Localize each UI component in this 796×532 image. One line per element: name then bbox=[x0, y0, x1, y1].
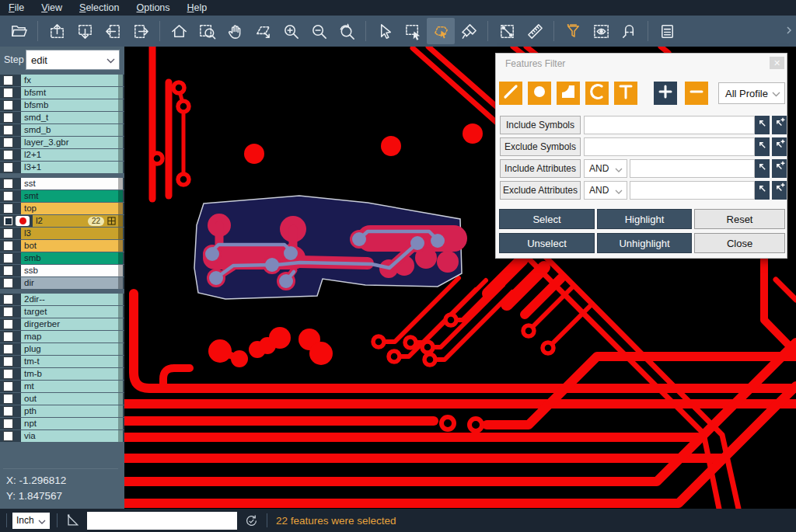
layer-name-cell[interactable]: smd_t bbox=[21, 112, 118, 123]
open-project-button[interactable] bbox=[5, 18, 33, 44]
layer-row-map[interactable]: map bbox=[0, 331, 124, 342]
layer-checkbox[interactable] bbox=[3, 228, 13, 238]
layer-row-smt[interactable]: smt bbox=[0, 190, 124, 202]
layer-checkbox[interactable] bbox=[3, 307, 13, 317]
layer-row-smb[interactable]: smb bbox=[0, 252, 124, 264]
layer-checkbox[interactable] bbox=[3, 356, 13, 367]
select-features-arrow-button[interactable] bbox=[755, 159, 770, 178]
layer-name-cell[interactable]: dirgerber bbox=[21, 318, 118, 330]
layer-name-cell[interactable]: pth bbox=[21, 405, 118, 417]
layer-name-cell[interactable]: dir bbox=[21, 277, 118, 289]
pan-hand-button[interactable] bbox=[221, 18, 249, 44]
grid-table-icon[interactable] bbox=[107, 217, 116, 225]
layer-checkbox[interactable] bbox=[3, 137, 13, 148]
layer-row-mt[interactable]: mt bbox=[0, 381, 124, 392]
exclude-symbols-input[interactable] bbox=[584, 137, 755, 156]
features-filter-button[interactable] bbox=[559, 18, 587, 44]
layer-checkbox[interactable] bbox=[3, 278, 13, 288]
pan-down-button[interactable] bbox=[71, 18, 99, 44]
layer-row-l3+1[interactable]: l3+1 bbox=[0, 162, 124, 173]
layer-row-smd_t[interactable]: smd_t bbox=[0, 112, 124, 123]
menu-help[interactable]: Help bbox=[179, 0, 216, 16]
layer-checkbox[interactable] bbox=[3, 406, 13, 416]
menu-options[interactable]: Options bbox=[127, 0, 178, 16]
layer-row-pth[interactable]: pth bbox=[0, 405, 124, 417]
exclude-attributes-button[interactable]: Exclude Attributes bbox=[500, 181, 581, 200]
layer-checkbox[interactable] bbox=[3, 191, 13, 201]
layer-row-2dir--[interactable]: 2dir-- bbox=[0, 294, 124, 305]
highlight-button[interactable]: Highlight bbox=[597, 209, 692, 229]
layer-checkbox[interactable] bbox=[3, 203, 13, 214]
logic-operator-select[interactable]: AND bbox=[584, 159, 627, 178]
layer-name-cell[interactable]: smt bbox=[21, 190, 118, 202]
zoom-area-button[interactable] bbox=[193, 18, 221, 44]
layer-row-tm-t[interactable]: tm-t bbox=[0, 356, 124, 367]
add-features-arrow-button[interactable] bbox=[772, 116, 787, 134]
zoom-out-button[interactable] bbox=[305, 18, 333, 44]
layer-checkbox[interactable] bbox=[3, 344, 13, 354]
select-button[interactable]: Select bbox=[499, 209, 595, 229]
layer-name-cell[interactable]: fx bbox=[21, 75, 118, 86]
layer-checkbox[interactable] bbox=[3, 179, 13, 189]
layer-row-dirgerber[interactable]: dirgerber bbox=[0, 318, 124, 330]
layer-row-plug[interactable]: plug bbox=[0, 343, 124, 355]
profile-select[interactable]: All Profile bbox=[718, 82, 785, 104]
command-input[interactable] bbox=[87, 512, 237, 530]
layer-name-cell[interactable]: 2dir-- bbox=[21, 294, 118, 305]
include-attributes-button[interactable]: Include Attributes bbox=[500, 159, 581, 178]
snap-mode-button[interactable] bbox=[615, 18, 643, 44]
layer-row-ssb[interactable]: ssb bbox=[0, 265, 124, 276]
layer-checkbox[interactable] bbox=[3, 294, 13, 304]
layer-name-cell[interactable]: top bbox=[21, 203, 118, 214]
layer-name-cell[interactable]: ssb bbox=[21, 265, 118, 276]
layer-name-cell[interactable]: map bbox=[21, 331, 118, 342]
layer-checkbox[interactable] bbox=[3, 241, 13, 251]
include-attributes-input[interactable] bbox=[630, 159, 755, 178]
filter-type-pad-button[interactable] bbox=[528, 82, 551, 105]
layer-name-cell[interactable]: l3 bbox=[21, 228, 118, 239]
layer-row-out[interactable]: out bbox=[0, 393, 124, 405]
measure-ruler-button[interactable] bbox=[521, 18, 549, 44]
step-select[interactable]: edit bbox=[26, 50, 120, 70]
close-icon[interactable]: ✕ bbox=[770, 57, 784, 69]
pan-left-button[interactable] bbox=[99, 18, 127, 44]
zoom-dynamic-button[interactable] bbox=[249, 18, 277, 44]
unselect-button[interactable]: Unselect bbox=[499, 233, 595, 253]
layer-checkbox[interactable] bbox=[3, 266, 13, 276]
layer-name-cell[interactable]: sst bbox=[21, 178, 118, 190]
layer-row-npt[interactable]: npt bbox=[0, 418, 124, 429]
logic-operator-select[interactable]: AND bbox=[584, 181, 627, 200]
angle-measure-icon[interactable] bbox=[65, 513, 80, 528]
layer-row-via[interactable]: via bbox=[0, 430, 124, 442]
layer-name-cell[interactable]: bfsmt bbox=[21, 87, 118, 99]
layer-name-cell[interactable]: l222 bbox=[33, 215, 118, 227]
layer-checkbox[interactable] bbox=[3, 253, 13, 263]
layer-row-l2[interactable]: l222 bbox=[0, 215, 124, 227]
unit-select[interactable]: Inch bbox=[12, 513, 50, 529]
reset-button[interactable]: Reset bbox=[694, 209, 785, 229]
exclude-attributes-input[interactable] bbox=[630, 181, 755, 200]
layer-checkbox[interactable] bbox=[3, 381, 13, 391]
layer-name-cell[interactable]: smd_b bbox=[21, 124, 118, 136]
select-polygon-button[interactable] bbox=[427, 18, 455, 44]
layer-checkbox[interactable] bbox=[3, 100, 13, 110]
layer-row-sst[interactable]: sst bbox=[0, 178, 124, 190]
filter-type-text-button[interactable] bbox=[614, 82, 637, 105]
pan-right-button[interactable] bbox=[127, 18, 155, 44]
layer-row-tm-b[interactable]: tm-b bbox=[0, 368, 124, 380]
report-list-button[interactable] bbox=[653, 18, 681, 44]
exclude-symbols-button[interactable]: Exclude Symbols bbox=[500, 137, 581, 156]
measure-points-button[interactable] bbox=[493, 18, 521, 44]
add-features-arrow-button[interactable] bbox=[772, 159, 787, 178]
clean-selection-button[interactable] bbox=[455, 18, 483, 44]
layer-name-cell[interactable]: npt bbox=[21, 418, 118, 429]
layer-checkbox[interactable] bbox=[3, 162, 13, 172]
layer-name-cell[interactable]: layer_3.gbr bbox=[21, 137, 118, 148]
select-features-arrow-button[interactable] bbox=[755, 116, 770, 134]
filter-type-minus-button[interactable] bbox=[685, 82, 708, 105]
layer-row-bot[interactable]: bot bbox=[0, 240, 124, 252]
layer-checkbox[interactable] bbox=[3, 319, 13, 329]
layer-name-cell[interactable]: tm-t bbox=[21, 356, 118, 367]
layer-checkbox[interactable] bbox=[3, 75, 13, 85]
layer-name-cell[interactable]: via bbox=[21, 430, 118, 442]
